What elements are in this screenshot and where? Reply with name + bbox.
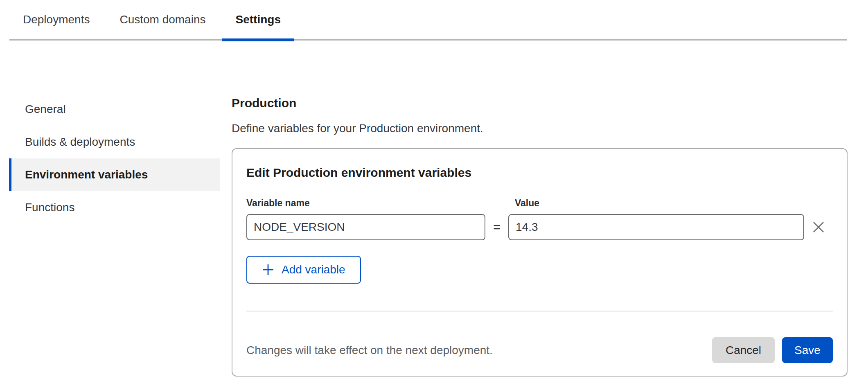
sidenav-item-label: General — [25, 103, 66, 116]
variable-value-field: Value — [508, 198, 804, 240]
card-divider — [246, 311, 833, 311]
settings-sidenav: General Builds & deployments Environment… — [9, 93, 220, 377]
sidenav-item-label: Functions — [25, 201, 74, 214]
plus-icon — [262, 264, 274, 276]
card-footer: Changes will take effect on the next dep… — [246, 337, 833, 363]
footer-note: Changes will take effect on the next dep… — [246, 344, 493, 357]
active-tab-underline — [222, 38, 294, 41]
environment-variables-card: Edit Production environment variables Va… — [232, 148, 848, 377]
tab-label: Deployments — [23, 13, 90, 26]
footer-actions: Cancel Save — [712, 337, 833, 363]
save-button[interactable]: Save — [782, 337, 833, 363]
section-description: Define variables for your Production env… — [232, 122, 848, 135]
variable-row: Variable name = Value — [246, 198, 833, 240]
variable-value-input[interactable] — [508, 214, 804, 240]
variable-name-input[interactable] — [246, 214, 485, 240]
main-area: General Builds & deployments Environment… — [9, 93, 868, 377]
sidenav-item-label: Environment variables — [25, 168, 148, 181]
variable-value-label: Value — [515, 198, 804, 208]
variable-name-label: Variable name — [246, 198, 485, 208]
add-variable-label: Add variable — [282, 263, 345, 276]
tab-bar: Deployments Custom domains Settings — [9, 0, 847, 41]
sidenav-item-environment-variables[interactable]: Environment variables — [9, 158, 220, 191]
sidenav-item-general[interactable]: General — [9, 93, 220, 126]
add-variable-button[interactable]: Add variable — [246, 256, 361, 284]
variable-name-field: Variable name — [246, 198, 485, 240]
sidenav-item-functions[interactable]: Functions — [9, 191, 220, 224]
remove-variable-button[interactable] — [804, 214, 833, 240]
x-icon — [812, 221, 825, 233]
tab-label: Custom domains — [119, 13, 205, 26]
sidenav-item-builds-deployments[interactable]: Builds & deployments — [9, 126, 220, 158]
content-panel: Production Define variables for your Pro… — [232, 93, 848, 377]
tab-settings[interactable]: Settings — [222, 0, 294, 39]
sidenav-item-label: Builds & deployments — [25, 135, 135, 149]
tab-deployments[interactable]: Deployments — [9, 0, 103, 39]
equals-sign: = — [485, 214, 508, 240]
page-title: Production — [232, 97, 848, 109]
card-title: Edit Production environment variables — [246, 167, 833, 179]
cancel-button[interactable]: Cancel — [712, 337, 775, 363]
tab-custom-domains[interactable]: Custom domains — [106, 0, 219, 39]
tab-label: Settings — [236, 13, 281, 26]
